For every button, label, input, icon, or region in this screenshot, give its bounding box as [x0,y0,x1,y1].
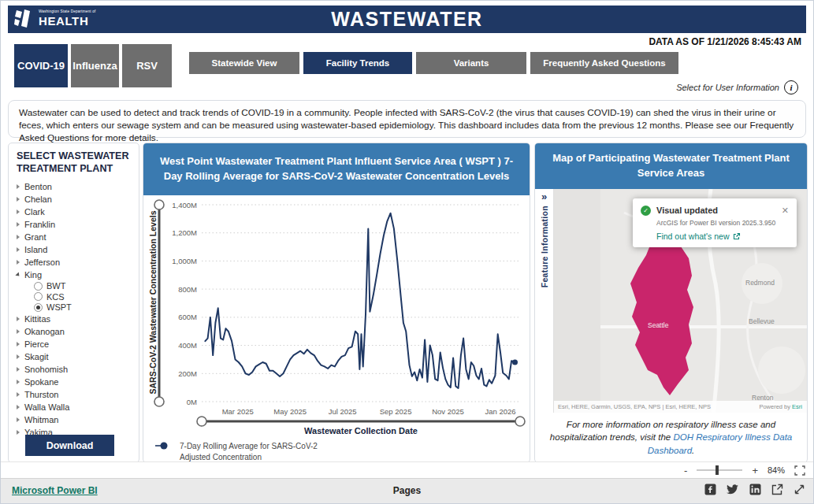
disease-tab-covid-19[interactable]: COVID-19 [14,44,68,87]
county-item-walla-walla[interactable]: Walla Walla [17,401,139,413]
county-item-grant[interactable]: Grant [17,231,139,243]
zoom-in-button[interactable]: + [752,465,758,476]
plant-option-label: WSPT [46,302,72,312]
county-item-snohomish[interactable]: Snohomish [17,363,139,376]
collapse-arrow-icon[interactable] [15,272,20,277]
county-name: Pierce [24,339,49,349]
user-information[interactable]: Select for User Information i [676,80,798,94]
expand-arrow-icon[interactable] [17,380,20,384]
close-icon[interactable]: ✕ [782,206,789,216]
radio-icon[interactable] [34,303,43,312]
svg-text:200M: 200M [178,369,197,378]
fullscreen-icon[interactable] [794,484,805,495]
nav-tab-frequently-asked-questions[interactable]: Frequently Asked Questions [530,52,678,74]
county-item-jefferson[interactable]: Jefferson [17,256,139,269]
county-item-clark[interactable]: Clark [17,206,139,218]
powerbi-footer: Microsoft Power BI Pages [1,478,813,503]
disease-tab-rsv[interactable]: RSV [122,44,172,87]
county-item-benton[interactable]: Benton [17,180,139,193]
county-item-thurston[interactable]: Thurston [17,388,139,401]
info-icon[interactable]: i [784,80,798,94]
download-button[interactable]: Download [25,435,114,456]
expand-arrow-icon[interactable] [17,209,20,214]
expand-arrow-icon[interactable] [17,184,20,189]
radio-icon[interactable] [34,292,43,301]
disease-tabs: COVID-19InfluenzaRSV [14,44,172,87]
expand-arrow-icon[interactable] [17,235,20,239]
county-item-okanogan[interactable]: Okanogan [17,325,139,338]
county-item-franklin[interactable]: Franklin [17,218,139,231]
pages-label: Pages [1,485,813,496]
disease-tab-influenza[interactable]: Influenza [71,44,119,87]
svg-text:Jan 2026: Jan 2026 [485,407,515,416]
plant-option-wspt[interactable]: WSPT [34,302,139,313]
county-list: BentonChelanClarkFranklinGrantIslandJeff… [17,180,139,439]
map-canvas[interactable]: » Feature Information RedmondSeattleBell… [535,189,807,413]
legend-marker-icon [154,441,175,450]
chart-canvas[interactable]: 0M200M400M600M800M1,000M1,200M1,400MMar … [143,195,531,438]
zoom-out-button[interactable]: - [684,465,687,476]
linkedin-icon[interactable] [749,484,761,495]
page-title: WASTEWATER [331,8,482,31]
app-header: Washington State Department of HEALTH WA… [8,6,806,33]
expand-arrow-icon[interactable] [17,430,20,435]
share-icon[interactable] [771,484,783,495]
expand-arrow-icon[interactable] [17,367,20,372]
facebook-icon[interactable] [704,484,716,495]
svg-text:0M: 0M [187,398,197,406]
svg-text:600M: 600M [178,313,197,321]
county-name: Clark [24,207,45,217]
popup-title: Visual updated [656,206,776,215]
x-axis-title: Wastewater Collection Date [202,426,520,435]
map-label-bellevue: Bellevue [749,317,775,325]
expand-pane-icon[interactable]: » [541,191,547,202]
expand-arrow-icon[interactable] [17,354,20,359]
plant-option-bwt[interactable]: BWT [34,281,139,291]
social-buttons [704,484,805,495]
svg-text:1,400M: 1,400M [172,201,197,209]
nav-tab-statewide-view[interactable]: Statewide View [189,52,299,74]
nav-tabs: Statewide ViewFacility TrendsVariantsFre… [189,52,678,74]
zoom-slider-thumb[interactable] [716,465,719,475]
legend-label-line1: 7-Day Rolling Average for SARS-CoV-2 [180,441,318,452]
plant-option-kcs[interactable]: KCS [34,291,139,302]
top-strip: DATA AS OF 1/21/2026 8:45:43 AM COVID-19… [8,33,806,98]
county-item-spokane[interactable]: Spokane [17,376,139,388]
county-item-pierce[interactable]: Pierce [17,338,139,350]
fit-to-page-icon[interactable] [794,465,805,476]
wastewater-dashboard: Washington State Department of HEALTH WA… [0,0,814,504]
line-chart[interactable]: 0M200M400M600M800M1,000M1,200M1,400MMar … [143,195,530,438]
map-label-seattle: Seattle [648,321,668,329]
expand-arrow-icon[interactable] [17,197,20,202]
radio-icon[interactable] [34,282,43,291]
nav-tab-variants[interactable]: Variants [416,52,526,74]
find-out-whats-new-link[interactable]: Find out what's new [656,232,789,241]
county-item-island[interactable]: Island [17,243,139,256]
expand-arrow-icon[interactable] [17,247,20,252]
expand-arrow-icon[interactable] [17,329,20,334]
attribution-text: Esri, HERE, Garmin, USGS, EPA, NPS | Esr… [558,403,711,410]
expand-arrow-icon[interactable] [17,392,20,397]
expand-arrow-icon[interactable] [17,317,20,321]
twitter-icon[interactable] [727,484,739,495]
expand-arrow-icon[interactable] [17,417,20,422]
expand-arrow-icon[interactable] [17,260,20,265]
expand-arrow-icon[interactable] [17,405,20,410]
map-panel: Map of Participating Wastewater Treatmen… [534,143,808,463]
expand-arrow-icon[interactable] [17,342,20,346]
svg-text:1,200M: 1,200M [172,228,197,237]
county-item-king[interactable]: King [17,269,139,281]
county-item-chelan[interactable]: Chelan [17,193,139,206]
expand-arrow-icon[interactable] [17,222,20,227]
popup-subtitle: ArcGIS for Power BI version 2025.3.950 [656,219,789,227]
county-name: Snohomish [24,365,68,374]
county-item-kittitas[interactable]: Kittitas [17,313,139,325]
county-name: Jefferson [24,258,60,267]
county-item-skagit[interactable]: Skagit [17,350,139,363]
county-item-whitman[interactable]: Whitman [17,413,139,426]
zoom-slider[interactable] [697,469,742,471]
county-name: Chelan [24,195,52,204]
map-title: Map of Participating Wastewater Treatmen… [535,143,807,189]
feature-information-label: Feature Information [540,206,549,287]
nav-tab-facility-trends[interactable]: Facility Trends [303,52,412,74]
